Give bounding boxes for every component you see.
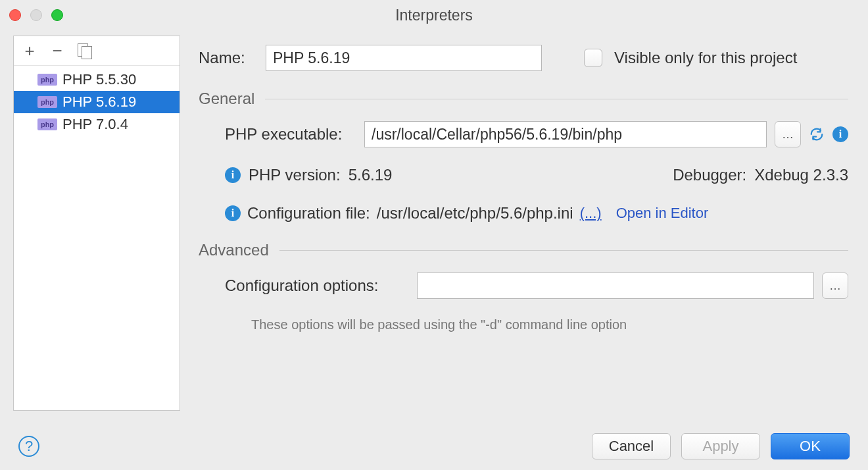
php-icon: php bbox=[37, 74, 57, 86]
advanced-section-title: Advanced bbox=[199, 241, 848, 259]
titlebar: Interpreters bbox=[0, 0, 868, 30]
info-icon[interactable]: i bbox=[832, 126, 848, 142]
list-item[interactable]: php PHP 5.6.19 bbox=[14, 91, 180, 113]
ok-button[interactable]: OK bbox=[771, 433, 850, 459]
debugger-label: Debugger: bbox=[673, 166, 746, 184]
dialog-button-bar: ? Cancel Apply OK bbox=[0, 423, 868, 470]
interpreters-list: php PHP 5.5.30 php PHP 5.6.19 php PHP 7.… bbox=[14, 66, 180, 410]
list-item-label: PHP 7.0.4 bbox=[62, 116, 128, 133]
help-icon[interactable]: ? bbox=[18, 436, 39, 457]
executable-input[interactable] bbox=[364, 121, 767, 147]
config-options-input[interactable] bbox=[417, 273, 814, 299]
copy-icon bbox=[78, 43, 92, 58]
config-file-value: /usr/local/etc/php/5.6/php.ini bbox=[377, 204, 573, 222]
php-version-value: 5.6.19 bbox=[349, 166, 393, 184]
apply-button[interactable]: Apply bbox=[681, 433, 760, 459]
php-version-label: PHP version: bbox=[249, 166, 341, 184]
list-item[interactable]: php PHP 5.5.30 bbox=[14, 68, 180, 91]
open-in-editor-link[interactable]: Open in Editor bbox=[616, 205, 709, 222]
zoom-window-icon[interactable] bbox=[51, 9, 63, 21]
visible-only-checkbox[interactable] bbox=[584, 49, 602, 67]
reload-icon[interactable] bbox=[809, 126, 825, 142]
browse-executable-button[interactable]: … bbox=[775, 121, 801, 147]
list-item-label: PHP 5.6.19 bbox=[62, 93, 136, 111]
window-controls bbox=[9, 9, 63, 21]
config-options-hint: These options will be passed using the "… bbox=[225, 317, 848, 332]
cancel-button[interactable]: Cancel bbox=[592, 433, 671, 459]
main-panel: Name: Visible only for this project Gene… bbox=[180, 30, 860, 419]
info-icon: i bbox=[225, 167, 241, 183]
php-icon: php bbox=[37, 96, 57, 108]
name-label: Name: bbox=[199, 49, 254, 67]
list-item[interactable]: php PHP 7.0.4 bbox=[14, 113, 180, 136]
config-file-label: Configuration file: bbox=[247, 204, 370, 222]
visible-only-label: Visible only for this project bbox=[614, 49, 797, 67]
minimize-window-icon bbox=[30, 9, 42, 21]
sidebar-toolbar: + − bbox=[14, 36, 180, 66]
info-icon: i bbox=[225, 205, 241, 221]
name-input[interactable] bbox=[266, 45, 542, 71]
config-more-link[interactable]: (...) bbox=[580, 205, 602, 222]
add-button[interactable]: + bbox=[22, 43, 37, 59]
browse-options-button[interactable]: … bbox=[822, 273, 848, 299]
close-window-icon[interactable] bbox=[9, 9, 21, 21]
window-title: Interpreters bbox=[0, 7, 868, 24]
config-options-label: Configuration options: bbox=[225, 276, 409, 295]
interpreters-sidebar: + − php PHP 5.5.30 php PHP 5.6.19 php PH… bbox=[13, 36, 180, 411]
general-section-title: General bbox=[199, 90, 848, 108]
php-icon: php bbox=[37, 118, 57, 130]
list-item-label: PHP 5.5.30 bbox=[62, 71, 136, 88]
executable-label: PHP executable: bbox=[225, 125, 356, 144]
copy-button[interactable] bbox=[77, 43, 93, 59]
debugger-value: Xdebug 2.3.3 bbox=[754, 166, 848, 184]
remove-button[interactable]: − bbox=[49, 43, 65, 59]
